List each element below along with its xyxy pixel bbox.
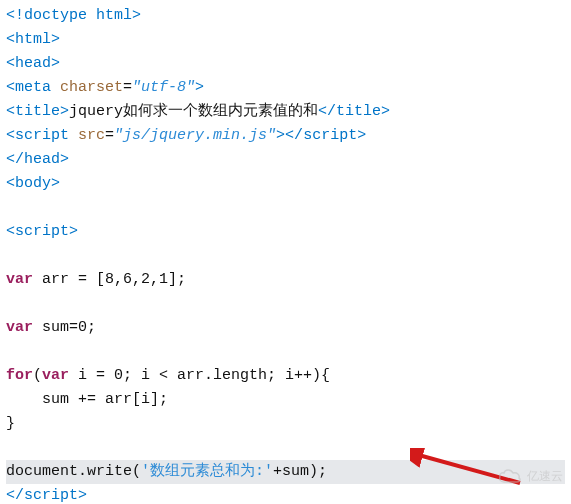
- tok: i = 0; i < arr.length; i++){: [69, 367, 330, 384]
- tok: document.write(: [6, 463, 141, 480]
- tok: script: [15, 223, 69, 240]
- code-line: }: [6, 412, 565, 436]
- string-literal: '数组元素总和为:': [141, 463, 273, 480]
- tok: +sum);: [273, 463, 327, 480]
- code-line: <script src="js/jquery.min.js"></script>: [6, 124, 565, 148]
- blank-line: [6, 340, 565, 364]
- tok: </: [6, 151, 24, 168]
- tok: >: [381, 103, 390, 120]
- tok: <!: [6, 7, 24, 24]
- code-line: <body>: [6, 172, 565, 196]
- tok: </: [6, 487, 24, 504]
- tok: meta: [15, 79, 60, 96]
- tok: head: [15, 55, 51, 72]
- tok: <: [6, 31, 15, 48]
- tok: doctype html: [24, 7, 132, 24]
- code-line: <meta charset="utf-8">: [6, 76, 565, 100]
- code-line: var arr = [8,6,2,1];: [6, 268, 565, 292]
- tok: title: [15, 103, 60, 120]
- code-line: <head>: [6, 52, 565, 76]
- tok: "utf-8": [132, 79, 195, 96]
- tok: head: [24, 151, 60, 168]
- tok: script: [303, 127, 357, 144]
- code-line: </head>: [6, 148, 565, 172]
- tok: "js/jquery.min.js": [114, 127, 276, 144]
- tok: body: [15, 175, 51, 192]
- blank-line: [6, 292, 565, 316]
- keyword: var: [6, 271, 33, 288]
- code-line: </script>: [6, 484, 565, 504]
- code-line: <script>: [6, 220, 565, 244]
- tok: <: [6, 103, 15, 120]
- tok: >: [78, 487, 87, 504]
- tok: charset: [60, 79, 123, 96]
- tok: }: [6, 415, 15, 432]
- code-line: sum += arr[i];: [6, 388, 565, 412]
- tok: <: [6, 175, 15, 192]
- tok: >: [51, 175, 60, 192]
- code-line: for(var i = 0; i < arr.length; i++){: [6, 364, 565, 388]
- tok: src: [78, 127, 105, 144]
- code-line-highlighted: document.write('数组元素总和为:'+sum);: [6, 460, 565, 484]
- tok: =: [123, 79, 132, 96]
- title-text: jquery如何求一个数组内元素值的和: [69, 103, 318, 120]
- tok: <: [6, 127, 15, 144]
- blank-line: [6, 436, 565, 460]
- keyword: var: [42, 367, 69, 384]
- tok: >: [69, 223, 78, 240]
- blank-line: [6, 196, 565, 220]
- keyword: var: [6, 319, 33, 336]
- code-line: <html>: [6, 28, 565, 52]
- blank-line: [6, 244, 565, 268]
- tok: sum += arr[i];: [6, 391, 168, 408]
- tok: html: [15, 31, 51, 48]
- code-line: <!doctype html>: [6, 4, 565, 28]
- tok: title: [336, 103, 381, 120]
- tok: >: [195, 79, 204, 96]
- tok: sum=0;: [33, 319, 96, 336]
- tok: >: [60, 103, 69, 120]
- tok: </: [318, 103, 336, 120]
- keyword: for: [6, 367, 33, 384]
- tok: >: [51, 31, 60, 48]
- tok: >: [132, 7, 141, 24]
- tok: <: [6, 223, 15, 240]
- tok: >: [276, 127, 285, 144]
- tok: script: [24, 487, 78, 504]
- tok: >: [60, 151, 69, 168]
- tok: (: [33, 367, 42, 384]
- code-block: <!doctype html> <html> <head> <meta char…: [6, 4, 565, 504]
- code-line: var sum=0;: [6, 316, 565, 340]
- tok: </: [285, 127, 303, 144]
- tok: >: [51, 55, 60, 72]
- code-line: <title>jquery如何求一个数组内元素值的和</title>: [6, 100, 565, 124]
- tok: <: [6, 55, 15, 72]
- tok: script: [15, 127, 78, 144]
- tok: <: [6, 79, 15, 96]
- tok: >: [357, 127, 366, 144]
- tok: =: [105, 127, 114, 144]
- tok: arr = [8,6,2,1];: [33, 271, 186, 288]
